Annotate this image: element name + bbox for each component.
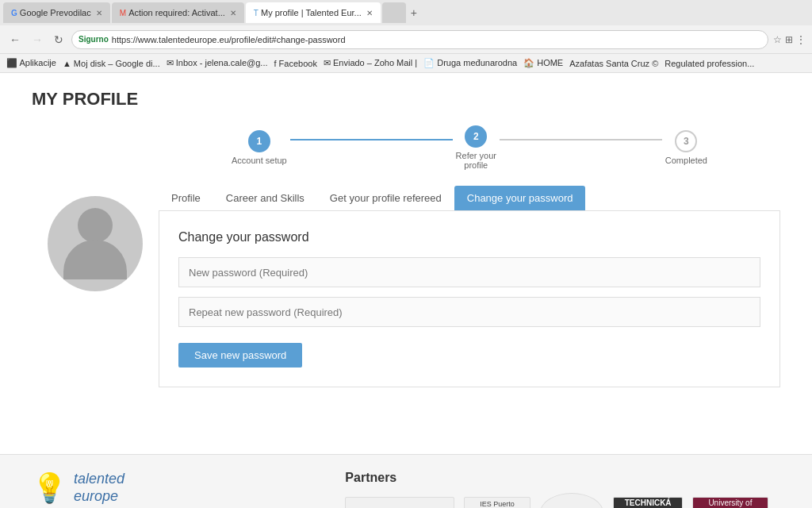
- navigation-bar: ← → ↻ Sigurno https://www.talentedeurope…: [0, 25, 812, 54]
- footer-logo-section: 💡 talented europe Home | Project | Infor…: [32, 471, 313, 508]
- step-3-label: Completed: [665, 156, 707, 165]
- tab-my-profile[interactable]: T My profile | Talented Eur... ✕: [246, 2, 381, 23]
- footer-content: 💡 talented europe Home | Project | Infor…: [32, 471, 780, 508]
- tab-career-skills[interactable]: Career and Skills: [213, 186, 317, 210]
- extensions-icon[interactable]: ⊞: [785, 34, 793, 45]
- partner-puerto: IES Puertode la CruzTelesforo Bravo: [464, 497, 531, 508]
- bookmark-regulated[interactable]: Regulated profession...: [665, 59, 754, 68]
- tab-close-icon[interactable]: ✕: [230, 9, 236, 17]
- new-tab-button[interactable]: +: [411, 6, 417, 19]
- avatar: [48, 196, 143, 291]
- tab-profile[interactable]: Profile: [159, 186, 213, 210]
- address-bar[interactable]: Sigurno https://www.talentedeurope.eu/pr…: [71, 30, 768, 49]
- tab-empty[interactable]: [382, 2, 406, 23]
- step-line-1: [290, 139, 453, 140]
- menu-icon[interactable]: ⋮: [796, 34, 806, 45]
- secure-label: Sigurno: [79, 35, 109, 44]
- step-line-2: [500, 139, 662, 140]
- new-password-field: [178, 257, 760, 287]
- nav-icons: ☆ ⊞ ⋮: [773, 34, 806, 45]
- step-3: 3 Completed: [665, 130, 707, 165]
- partner-tu: TECHNICKÁUNIVERZITAV KOŠICIACH: [613, 497, 683, 508]
- avatar-head: [78, 208, 113, 243]
- logo-text: talented europe: [74, 471, 124, 505]
- step-1-label: Account setup: [232, 156, 287, 165]
- footer: 💡 talented europe Home | Project | Infor…: [0, 454, 812, 508]
- tab-google-prevodilac[interactable]: G Google Prevodilac ✕: [3, 2, 110, 23]
- avatar-shoulders: [63, 240, 127, 279]
- step-2-circle: 2: [465, 125, 487, 148]
- bookmark-aplikacije[interactable]: ⬛ Aplikacije: [6, 58, 56, 68]
- bookmark-druga[interactable]: 📄 Druga međunarodna: [423, 58, 517, 68]
- tab-close-icon[interactable]: ✕: [96, 9, 102, 17]
- partners-section: Partners ⚙ César Manrique IES Puertode l…: [345, 471, 780, 508]
- bookmark-inbox[interactable]: ✉ Inbox - jelena.cale@g...: [167, 58, 268, 68]
- partner-logos: ⚙ César Manrique IES Puertode la CruzTel…: [345, 493, 780, 508]
- repeat-password-input[interactable]: [178, 297, 760, 327]
- step-1-circle: 1: [248, 130, 270, 152]
- steps-container: 1 Account setup 2 Refer your profile 3 C…: [232, 125, 707, 170]
- bookmark-enviado[interactable]: ✉ Enviado – Zoho Mail |: [324, 58, 417, 68]
- step-3-circle: 3: [675, 130, 697, 152]
- star-icon[interactable]: ☆: [773, 34, 782, 45]
- back-button[interactable]: ←: [6, 32, 24, 48]
- change-password-card: Change your password Save new password: [159, 210, 780, 387]
- bookmark-facebook[interactable]: f Facebook: [274, 59, 317, 68]
- footer-logo-image: 💡 talented europe: [32, 471, 313, 505]
- url-text: https://www.talentedeurope.eu/profile/ed…: [112, 35, 346, 44]
- bookmark-home[interactable]: 🏠 HOME: [523, 58, 563, 68]
- tab-get-refereed[interactable]: Get your profile refereed: [317, 186, 454, 210]
- tab-action-required[interactable]: M Action required: Activat... ✕: [112, 2, 244, 23]
- tab-close-icon[interactable]: ✕: [366, 9, 373, 17]
- new-password-input[interactable]: [178, 257, 760, 287]
- page-title: MY PROFILE: [32, 89, 780, 110]
- step-1: 1 Account setup: [232, 130, 287, 165]
- step-2: 2 Refer your profile: [456, 125, 496, 170]
- change-password-heading: Change your password: [178, 230, 760, 244]
- partner-cesar: ⚙ César Manrique: [345, 497, 454, 508]
- reload-button[interactable]: ↻: [51, 32, 67, 48]
- forward-button[interactable]: →: [29, 32, 46, 48]
- partner-bedford: University ofBedfordshireBusiness School: [692, 497, 768, 508]
- progress-steps: 1 Account setup 2 Refer your profile 3 C…: [159, 125, 780, 170]
- avatar-body: [63, 208, 127, 279]
- bookmarks-bar: ⬛ Aplikacije ▲ Moj disk – Google di... ✉…: [0, 54, 812, 73]
- profile-tabs: Profile Career and Skills Get your profi…: [159, 186, 780, 210]
- bookmark-azafatas[interactable]: Azafatas Santa Cruz ©: [569, 59, 658, 68]
- partners-heading: Partners: [345, 471, 780, 485]
- avatar-section: [48, 196, 143, 291]
- tab-bar: G Google Prevodilac ✕ M Action required:…: [0, 0, 812, 25]
- bulb-icon: 💡: [32, 471, 67, 505]
- partner-kepa: KEPA: [540, 493, 603, 508]
- save-password-button[interactable]: Save new password: [178, 343, 302, 368]
- repeat-password-field: [178, 297, 760, 327]
- page-content: MY PROFILE 1 Account setup 2 Refer your …: [0, 73, 812, 454]
- tab-change-password[interactable]: Change your password: [454, 186, 586, 210]
- step-2-label: Refer your profile: [456, 151, 496, 170]
- bookmark-moj-disk[interactable]: ▲ Moj disk – Google di...: [63, 59, 160, 68]
